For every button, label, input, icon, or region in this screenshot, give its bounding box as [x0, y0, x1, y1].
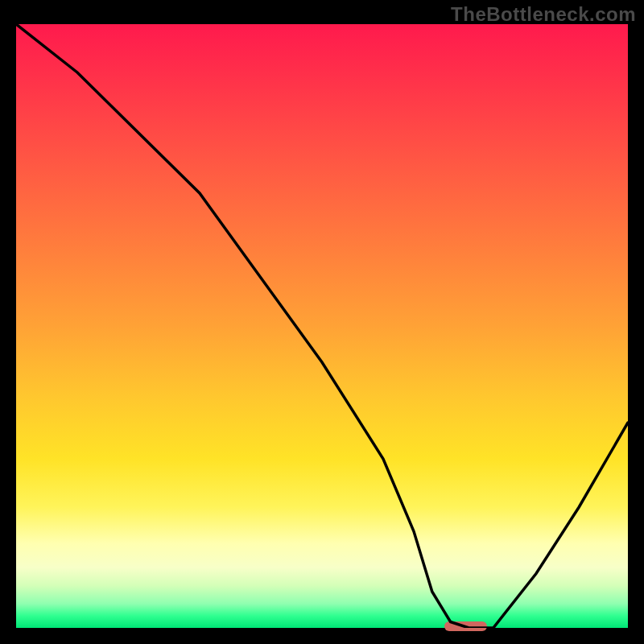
- watermark-text: TheBottleneck.com: [451, 3, 636, 26]
- chart-frame: TheBottleneck.com: [0, 0, 644, 644]
- plot-area: [16, 24, 628, 628]
- bottleneck-curve: [16, 24, 628, 628]
- curve-path: [16, 24, 628, 628]
